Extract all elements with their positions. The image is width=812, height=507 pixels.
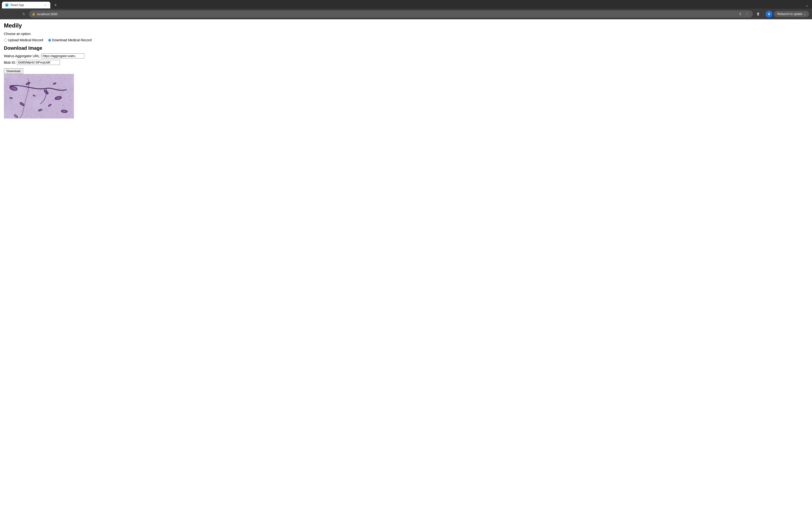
tab-close-button[interactable]: × bbox=[44, 3, 47, 7]
walrus-url-input[interactable] bbox=[41, 53, 84, 58]
relaunch-button[interactable]: Relaunch to update ⌄ bbox=[774, 11, 809, 17]
download-option[interactable]: Download Medical Record bbox=[48, 38, 92, 42]
share-icon[interactable]: ⬆ bbox=[737, 11, 743, 17]
browser-actions: 9 Relaunch to update ⌄ bbox=[755, 11, 809, 17]
tab-title: React App bbox=[11, 3, 42, 7]
browser-tab[interactable]: ⚛ React App × bbox=[2, 2, 50, 8]
upload-radio[interactable] bbox=[4, 39, 7, 42]
upload-option[interactable]: Upload Medical Record bbox=[4, 38, 43, 42]
medical-image bbox=[4, 74, 74, 119]
page-content: Medily Choose an option: Upload Medical … bbox=[0, 19, 812, 121]
upload-label: Upload Medical Record bbox=[8, 38, 43, 42]
url-actions: ⬆ ☆ bbox=[737, 11, 750, 17]
choose-option-label: Choose an option: bbox=[4, 32, 808, 36]
new-tab-button[interactable]: + bbox=[52, 2, 59, 8]
blob-id-input[interactable] bbox=[17, 60, 60, 65]
separator bbox=[763, 12, 764, 16]
blob-id-label: Blob ID: bbox=[4, 61, 16, 64]
app-title: Medily bbox=[4, 22, 808, 29]
profile-button[interactable]: 9 bbox=[766, 11, 772, 17]
address-bar: ← → ↻ 🔒 localhost:3000 ⬆ ☆ 9 Relaunch to… bbox=[0, 9, 812, 19]
lock-icon: 🔒 bbox=[32, 12, 35, 16]
tab-bar: ⚛ React App × + ⌄ bbox=[0, 0, 812, 9]
download-label: Download Medical Record bbox=[52, 38, 92, 42]
tab-favicon: ⚛ bbox=[5, 3, 9, 7]
section-title: Download Image bbox=[4, 45, 808, 51]
download-radio[interactable] bbox=[48, 39, 51, 42]
blob-id-row: Blob ID: bbox=[4, 60, 808, 65]
forward-button[interactable]: → bbox=[12, 11, 18, 17]
walrus-url-label: Walrus Aggregator URL: bbox=[4, 54, 40, 58]
download-button[interactable]: Download bbox=[4, 68, 23, 74]
walrus-url-row: Walrus Aggregator URL: bbox=[4, 53, 808, 58]
back-button[interactable]: ← bbox=[3, 11, 10, 17]
url-text: localhost:3000 bbox=[37, 12, 735, 16]
relaunch-chevron: ⌄ bbox=[803, 12, 806, 16]
tab-list-button[interactable]: ⌄ bbox=[803, 2, 810, 8]
refresh-button[interactable]: ↻ bbox=[20, 11, 27, 17]
extensions-icon[interactable] bbox=[755, 11, 761, 17]
radio-group: Upload Medical Record Download Medical R… bbox=[4, 38, 808, 42]
bookmark-icon[interactable]: ☆ bbox=[744, 11, 750, 17]
url-bar[interactable]: 🔒 localhost:3000 ⬆ ☆ bbox=[29, 10, 753, 18]
browser-chrome: ⚛ React App × + ⌄ ← → ↻ 🔒 localhost:3000… bbox=[0, 0, 812, 19]
